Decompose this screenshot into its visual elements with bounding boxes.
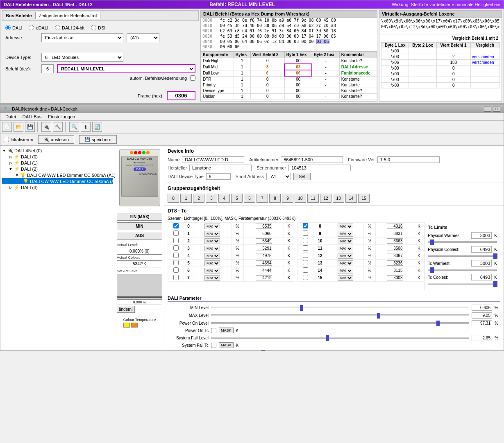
aus-button[interactable]: AUS (117, 232, 162, 240)
scene-cb-7[interactable] (173, 275, 179, 280)
tc-coolest-value[interactable] (471, 274, 492, 280)
tools-button[interactable]: 🔨 (53, 122, 63, 132)
radio-dali[interactable]: DALI (5, 25, 22, 30)
group-btn-11[interactable]: 11 (307, 194, 319, 203)
phys-coolest-slider[interactable] (428, 255, 497, 257)
system-fail-tc-checkbox[interactable] (211, 343, 216, 348)
tree-item-dali2[interactable]: ▼ ⚡ DALI (2) (2, 166, 113, 172)
scene-cb-4[interactable] (173, 253, 179, 258)
scene-select-2[interactable]: MASK (204, 238, 220, 244)
tc-warmest-slider[interactable] (428, 269, 497, 271)
scene-right-temp-13[interactable] (387, 260, 403, 266)
scene-right-temp-10[interactable] (387, 238, 403, 244)
scene-temp-5[interactable] (256, 260, 272, 266)
scene-cb-5[interactable] (173, 260, 179, 265)
bus-button[interactable]: 🔌 (41, 122, 51, 132)
group-btn-5[interactable]: 5 (231, 194, 243, 203)
power-on-level-value[interactable] (472, 320, 492, 326)
scene-select-7[interactable]: MASK (204, 275, 220, 281)
scene-right-cb-14[interactable] (303, 267, 308, 273)
auslesen-button[interactable]: 🔌 auslesen (38, 135, 74, 144)
tree-item-dali4net[interactable]: ▼ 🔌 DALI 4Net (0) (2, 147, 113, 154)
speichern-button[interactable]: 💾 speichern (79, 135, 117, 144)
radio-dsi[interactable]: DSI (91, 25, 105, 30)
group-btn-15[interactable]: 15 (358, 194, 370, 203)
group-btn-10[interactable]: 10 (295, 194, 306, 203)
tree-item-dimmer-parent[interactable]: ▼ 💡 DALI CW-WW LED Dimmer CC 500mA (A1) (2, 172, 113, 178)
group-btn-2[interactable]: 2 (193, 194, 204, 203)
maximize-button[interactable]: □ (493, 106, 500, 112)
power-on-tc-checkbox[interactable] (211, 328, 216, 333)
dali-device-type-value[interactable] (206, 173, 231, 180)
group-btn-4[interactable]: 4 (218, 194, 230, 203)
scene-temp-1[interactable] (256, 231, 272, 236)
zeitgest-button[interactable]: Zeitgesteuerter Befehlsaufruf (35, 12, 101, 19)
tree-item-dali1[interactable]: ▷ ⚡ DALI (1) (2, 160, 113, 166)
max-level-value[interactable] (472, 312, 492, 319)
scene-right-temp-12[interactable] (387, 253, 403, 258)
scene-select-1[interactable]: MASK (204, 231, 220, 237)
adresse-select[interactable]: Einzeladresse (41, 33, 123, 42)
group-btn-8[interactable]: 8 (269, 194, 281, 203)
group-btn-0[interactable]: 0 (168, 194, 179, 203)
group-btn-9[interactable]: 9 (282, 194, 293, 203)
device-type-select[interactable]: 6 - LED Modules (41, 53, 123, 62)
scene-select-5[interactable]: MASK (204, 260, 220, 266)
radio-dali24[interactable]: DALI 24-bit (55, 25, 84, 30)
adresse-sub-select[interactable]: (A1) (127, 33, 159, 42)
befehl-number[interactable] (41, 64, 54, 73)
hersteller-value[interactable] (189, 165, 252, 171)
phys-warmest-slider[interactable] (428, 241, 497, 243)
group-btn-3[interactable]: 3 (206, 194, 217, 203)
group-btn-6[interactable]: 6 (244, 194, 255, 203)
befehl-command-select[interactable]: RECALL MIN LEVEL (57, 64, 195, 73)
firmware-value[interactable] (377, 156, 440, 163)
power-on-tc-mask-button[interactable]: MASK (219, 328, 234, 333)
scene-right-temp-9[interactable] (387, 231, 403, 236)
system-fail-tc-mask-button[interactable]: MASK (219, 342, 234, 348)
lokalisieren-checkbox[interactable]: lokalisieren (4, 137, 33, 142)
short-address-select[interactable]: A1 (266, 173, 291, 180)
artikel-value[interactable] (281, 156, 343, 163)
scene-cb-3[interactable] (173, 245, 179, 251)
tree-item-dali0[interactable]: ▷ ⚡ DALI (0) (2, 154, 113, 160)
scene-cb-1[interactable] (173, 231, 179, 236)
group-btn-1[interactable]: 1 (180, 194, 192, 203)
scene-select-0[interactable]: MASK (204, 224, 220, 229)
scene-right-select-13[interactable]: MASK (338, 260, 353, 266)
aendern-button[interactable]: ändern! (117, 306, 135, 313)
scene-right-temp-15[interactable] (387, 275, 403, 280)
scene-right-select-12[interactable]: MASK (338, 253, 353, 259)
tc-coolest-slider[interactable] (428, 283, 497, 285)
power-on-level-slider[interactable] (211, 322, 469, 324)
min-button[interactable]: MIN (117, 222, 162, 230)
scene-right-cb-13[interactable] (303, 260, 308, 265)
scene-select-4[interactable]: MASK (204, 253, 220, 259)
tree-item-dali3[interactable]: ▷ ⚡ DALI (3) (2, 184, 113, 190)
system-fail-value[interactable] (472, 335, 492, 341)
phys-warmest-value[interactable] (471, 232, 492, 239)
scene-right-select-15[interactable]: MASK (338, 275, 353, 281)
scene-temp-3[interactable] (256, 246, 272, 251)
scene-select-3[interactable]: MASK (204, 246, 220, 251)
scene-temp-4[interactable] (256, 253, 272, 258)
tree-item-dimmer-selected[interactable]: 💡 DALI CW-WW LED Dimmer CC 500mA (A1) (2, 178, 113, 184)
radio-edali[interactable]: eDALI (29, 25, 48, 30)
max-level-slider[interactable] (211, 314, 469, 316)
scene-cb-2[interactable] (173, 238, 179, 243)
min-level-value[interactable] (472, 305, 492, 311)
scene-temp-2[interactable] (256, 238, 272, 244)
scene-right-cb-15[interactable] (303, 275, 308, 280)
menu-einst[interactable]: Einstellungen (45, 113, 78, 120)
level-slider[interactable] (117, 274, 162, 298)
min-level-slider[interactable] (211, 307, 469, 308)
scene-temp-6[interactable] (256, 268, 272, 273)
scene-right-select-10[interactable]: MASK (338, 238, 353, 244)
set-button[interactable]: Set (293, 173, 311, 180)
group-btn-12[interactable]: 12 (320, 194, 331, 203)
scene-right-select-11[interactable]: MASK (338, 246, 353, 251)
system-fail-slider[interactable] (211, 337, 469, 339)
save-button[interactable]: 💾 (25, 122, 35, 132)
scene-right-select-9[interactable]: MASK (338, 231, 353, 237)
new-button[interactable]: 📄 (2, 122, 12, 132)
